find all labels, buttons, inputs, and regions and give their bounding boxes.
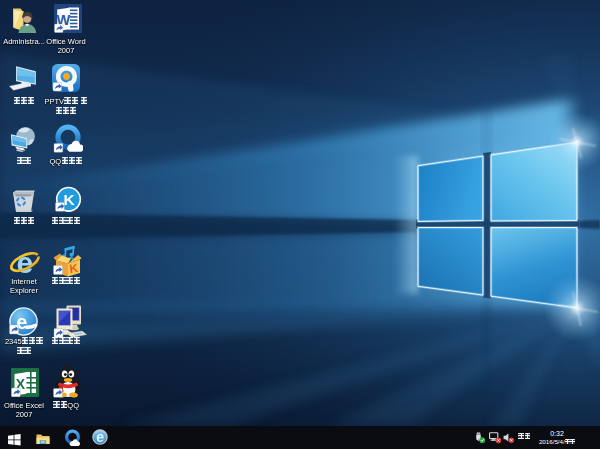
svg-text:K: K <box>63 191 75 208</box>
svg-text:e: e <box>16 246 33 279</box>
